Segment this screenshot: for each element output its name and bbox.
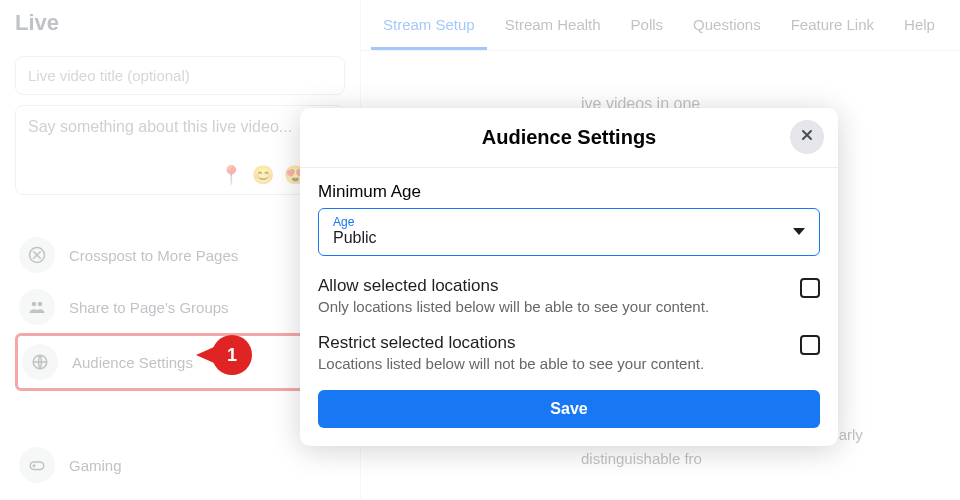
sidebar-item-gaming[interactable]: Gaming <box>15 439 345 491</box>
chevron-down-icon <box>793 228 805 235</box>
close-icon <box>799 127 815 147</box>
audience-settings-modal: Audience Settings Minimum Age Age Public… <box>300 108 838 446</box>
tabs: Stream Setup Stream Health Polls Questio… <box>361 0 960 51</box>
svg-point-1 <box>32 302 37 307</box>
sidebar-item-label: Gaming <box>69 457 122 474</box>
select-floating-label: Age <box>333 215 377 229</box>
svg-rect-4 <box>30 462 44 470</box>
min-age-label: Minimum Age <box>318 182 820 202</box>
select-value: Public <box>333 229 377 247</box>
save-button[interactable]: Save <box>318 390 820 428</box>
restrict-locations-checkbox[interactable] <box>800 335 820 355</box>
annotation-number: 1 <box>212 335 252 375</box>
live-description-input[interactable]: Say something about this live video... 📍… <box>15 105 345 195</box>
allow-locations-checkbox[interactable] <box>800 278 820 298</box>
location-pin-icon[interactable]: 📍 <box>220 164 242 186</box>
tab-help[interactable]: Help <box>892 0 947 50</box>
live-title-input[interactable]: Live video title (optional) <box>15 56 345 95</box>
sidebar-item-publish-test[interactable]: Publish as a test broadcast <box>15 495 345 500</box>
crosspost-icon <box>19 237 55 273</box>
close-button[interactable] <box>790 120 824 154</box>
sidebar-item-label: Audience Settings <box>72 354 193 371</box>
modal-title: Audience Settings <box>300 126 838 149</box>
sidebar-item-label: Crosspost to More Pages <box>69 247 238 264</box>
sidebar-item-share-groups[interactable]: Share to Page's Groups <box>15 281 345 333</box>
gaming-icon <box>19 447 55 483</box>
age-select[interactable]: Age Public <box>318 208 820 256</box>
description-placeholder: Say something about this live video... <box>28 118 292 135</box>
globe-icon <box>22 344 58 380</box>
allow-locations-title: Allow selected locations <box>318 276 709 296</box>
sidebar-item-label: Share to Page's Groups <box>69 299 229 316</box>
tab-stream-health[interactable]: Stream Health <box>493 0 613 50</box>
feeling-icon[interactable]: 😊 <box>252 164 274 186</box>
restrict-locations-title: Restrict selected locations <box>318 333 704 353</box>
svg-point-2 <box>38 302 43 307</box>
restrict-locations-desc: Locations listed below will not be able … <box>318 355 704 372</box>
allow-locations-desc: Only locations listed below will be able… <box>318 298 709 315</box>
groups-icon <box>19 289 55 325</box>
page-title: Live <box>15 10 345 36</box>
annotation-callout: 1 <box>210 335 262 375</box>
sidebar-item-crosspost[interactable]: Crosspost to More Pages <box>15 229 345 281</box>
tab-stream-setup[interactable]: Stream Setup <box>371 0 487 50</box>
tab-feature-link[interactable]: Feature Link <box>779 0 886 50</box>
tab-questions[interactable]: Questions <box>681 0 773 50</box>
sidebar-item-audience-settings[interactable]: Audience Settings <box>15 333 345 391</box>
tab-polls[interactable]: Polls <box>619 0 676 50</box>
